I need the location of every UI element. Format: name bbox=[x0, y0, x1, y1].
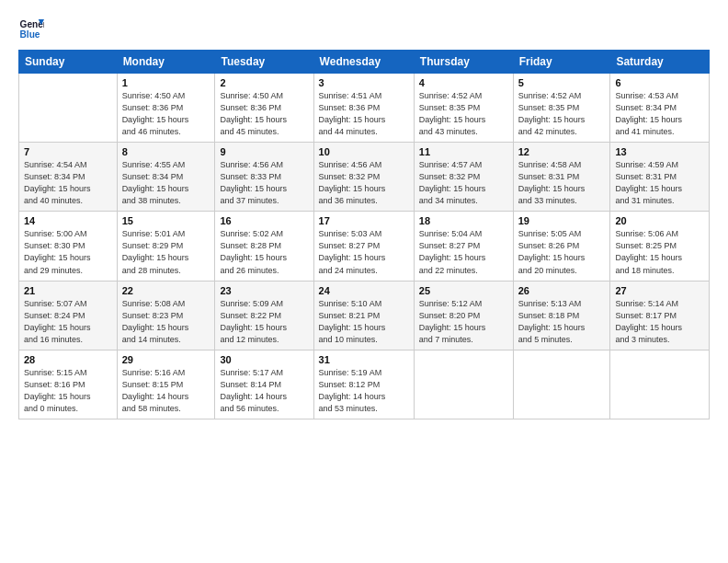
calendar-cell: 11Sunrise: 4:57 AMSunset: 8:32 PMDayligh… bbox=[414, 143, 513, 212]
day-number: 27 bbox=[615, 285, 704, 296]
calendar-cell: 2Sunrise: 4:50 AMSunset: 8:36 PMDaylight… bbox=[215, 74, 313, 143]
day-number: 15 bbox=[122, 215, 210, 226]
day-info: Sunrise: 5:15 AMSunset: 8:16 PMDaylight:… bbox=[24, 367, 112, 415]
calendar-cell: 24Sunrise: 5:10 AMSunset: 8:21 PMDayligh… bbox=[313, 281, 414, 350]
day-info: Sunrise: 5:03 AMSunset: 8:27 PMDaylight:… bbox=[319, 228, 409, 276]
page-header: General Blue bbox=[18, 17, 710, 42]
day-info: Sunrise: 5:19 AMSunset: 8:12 PMDaylight:… bbox=[319, 367, 409, 415]
day-info: Sunrise: 5:14 AMSunset: 8:17 PMDaylight:… bbox=[615, 298, 704, 346]
day-info: Sunrise: 4:51 AMSunset: 8:36 PMDaylight:… bbox=[319, 90, 409, 138]
day-info: Sunrise: 4:50 AMSunset: 8:36 PMDaylight:… bbox=[122, 90, 210, 138]
calendar-header-saturday: Saturday bbox=[610, 51, 710, 74]
calendar-header-tuesday: Tuesday bbox=[215, 51, 313, 74]
calendar-cell: 20Sunrise: 5:06 AMSunset: 8:25 PMDayligh… bbox=[610, 212, 710, 281]
calendar-cell: 23Sunrise: 5:09 AMSunset: 8:22 PMDayligh… bbox=[215, 281, 313, 350]
day-info: Sunrise: 4:52 AMSunset: 8:35 PMDaylight:… bbox=[518, 90, 606, 138]
day-info: Sunrise: 5:06 AMSunset: 8:25 PMDaylight:… bbox=[615, 228, 704, 276]
calendar-week-row: 1Sunrise: 4:50 AMSunset: 8:36 PMDaylight… bbox=[19, 74, 710, 143]
calendar-cell: 30Sunrise: 5:17 AMSunset: 8:14 PMDayligh… bbox=[215, 350, 313, 419]
day-info: Sunrise: 5:12 AMSunset: 8:20 PMDaylight:… bbox=[419, 298, 508, 346]
day-number: 6 bbox=[615, 77, 704, 88]
calendar-cell bbox=[414, 350, 513, 419]
calendar-cell: 29Sunrise: 5:16 AMSunset: 8:15 PMDayligh… bbox=[117, 350, 215, 419]
calendar-cell: 17Sunrise: 5:03 AMSunset: 8:27 PMDayligh… bbox=[313, 212, 414, 281]
day-info: Sunrise: 4:52 AMSunset: 8:35 PMDaylight:… bbox=[419, 90, 508, 138]
calendar-cell: 8Sunrise: 4:55 AMSunset: 8:34 PMDaylight… bbox=[117, 143, 215, 212]
logo: General Blue bbox=[18, 17, 44, 42]
day-info: Sunrise: 4:54 AMSunset: 8:34 PMDaylight:… bbox=[24, 159, 112, 207]
calendar-cell bbox=[513, 350, 610, 419]
day-info: Sunrise: 5:13 AMSunset: 8:18 PMDaylight:… bbox=[518, 298, 606, 346]
day-info: Sunrise: 4:50 AMSunset: 8:36 PMDaylight:… bbox=[220, 90, 308, 138]
day-number: 16 bbox=[220, 215, 308, 226]
day-info: Sunrise: 5:16 AMSunset: 8:15 PMDaylight:… bbox=[122, 367, 210, 415]
calendar-cell: 15Sunrise: 5:01 AMSunset: 8:29 PMDayligh… bbox=[117, 212, 215, 281]
day-number: 23 bbox=[220, 285, 308, 296]
calendar-header-friday: Friday bbox=[513, 51, 610, 74]
day-number: 4 bbox=[419, 77, 508, 88]
calendar-cell: 18Sunrise: 5:04 AMSunset: 8:27 PMDayligh… bbox=[414, 212, 513, 281]
day-info: Sunrise: 5:10 AMSunset: 8:21 PMDaylight:… bbox=[319, 298, 409, 346]
calendar-header-thursday: Thursday bbox=[414, 51, 513, 74]
day-info: Sunrise: 5:00 AMSunset: 8:30 PMDaylight:… bbox=[24, 228, 112, 276]
day-number: 13 bbox=[615, 146, 704, 157]
calendar-cell bbox=[19, 74, 118, 143]
calendar-cell: 1Sunrise: 4:50 AMSunset: 8:36 PMDaylight… bbox=[117, 74, 215, 143]
day-info: Sunrise: 4:57 AMSunset: 8:32 PMDaylight:… bbox=[419, 159, 508, 207]
day-info: Sunrise: 5:01 AMSunset: 8:29 PMDaylight:… bbox=[122, 228, 210, 276]
calendar-cell: 13Sunrise: 4:59 AMSunset: 8:31 PMDayligh… bbox=[610, 143, 710, 212]
day-number: 19 bbox=[518, 215, 606, 226]
day-number: 26 bbox=[518, 285, 606, 296]
day-number: 2 bbox=[220, 77, 308, 88]
day-info: Sunrise: 4:58 AMSunset: 8:31 PMDaylight:… bbox=[518, 159, 606, 207]
day-info: Sunrise: 5:05 AMSunset: 8:26 PMDaylight:… bbox=[518, 228, 606, 276]
calendar-week-row: 21Sunrise: 5:07 AMSunset: 8:24 PMDayligh… bbox=[19, 281, 710, 350]
day-number: 7 bbox=[24, 146, 112, 157]
calendar-cell: 3Sunrise: 4:51 AMSunset: 8:36 PMDaylight… bbox=[313, 74, 414, 143]
day-info: Sunrise: 5:17 AMSunset: 8:14 PMDaylight:… bbox=[220, 367, 308, 415]
logo-icon: General Blue bbox=[18, 17, 44, 42]
calendar-cell: 9Sunrise: 4:56 AMSunset: 8:33 PMDaylight… bbox=[215, 143, 313, 212]
day-number: 5 bbox=[518, 77, 606, 88]
calendar-cell: 5Sunrise: 4:52 AMSunset: 8:35 PMDaylight… bbox=[513, 74, 610, 143]
day-number: 3 bbox=[319, 77, 409, 88]
calendar-cell: 10Sunrise: 4:56 AMSunset: 8:32 PMDayligh… bbox=[313, 143, 414, 212]
calendar-cell: 7Sunrise: 4:54 AMSunset: 8:34 PMDaylight… bbox=[19, 143, 118, 212]
day-number: 25 bbox=[419, 285, 508, 296]
calendar-table: SundayMondayTuesdayWednesdayThursdayFrid… bbox=[18, 50, 710, 419]
day-info: Sunrise: 5:04 AMSunset: 8:27 PMDaylight:… bbox=[419, 228, 508, 276]
day-number: 30 bbox=[220, 354, 308, 365]
day-number: 14 bbox=[24, 215, 112, 226]
calendar-cell: 21Sunrise: 5:07 AMSunset: 8:24 PMDayligh… bbox=[19, 281, 118, 350]
calendar-week-row: 7Sunrise: 4:54 AMSunset: 8:34 PMDaylight… bbox=[19, 143, 710, 212]
calendar-week-row: 28Sunrise: 5:15 AMSunset: 8:16 PMDayligh… bbox=[19, 350, 710, 419]
day-info: Sunrise: 5:09 AMSunset: 8:22 PMDaylight:… bbox=[220, 298, 308, 346]
day-number: 20 bbox=[615, 215, 704, 226]
day-number: 17 bbox=[319, 215, 409, 226]
day-number: 24 bbox=[319, 285, 409, 296]
calendar-cell: 22Sunrise: 5:08 AMSunset: 8:23 PMDayligh… bbox=[117, 281, 215, 350]
day-info: Sunrise: 4:59 AMSunset: 8:31 PMDaylight:… bbox=[615, 159, 704, 207]
svg-text:Blue: Blue bbox=[20, 29, 40, 40]
day-number: 1 bbox=[122, 77, 210, 88]
day-number: 29 bbox=[122, 354, 210, 365]
day-number: 28 bbox=[24, 354, 112, 365]
day-info: Sunrise: 5:07 AMSunset: 8:24 PMDaylight:… bbox=[24, 298, 112, 346]
day-info: Sunrise: 5:02 AMSunset: 8:28 PMDaylight:… bbox=[220, 228, 308, 276]
day-number: 12 bbox=[518, 146, 606, 157]
day-number: 22 bbox=[122, 285, 210, 296]
day-number: 18 bbox=[419, 215, 508, 226]
day-info: Sunrise: 5:08 AMSunset: 8:23 PMDaylight:… bbox=[122, 298, 210, 346]
day-number: 10 bbox=[319, 146, 409, 157]
calendar-header-wednesday: Wednesday bbox=[313, 51, 414, 74]
calendar-cell: 6Sunrise: 4:53 AMSunset: 8:34 PMDaylight… bbox=[610, 74, 710, 143]
calendar-cell: 14Sunrise: 5:00 AMSunset: 8:30 PMDayligh… bbox=[19, 212, 118, 281]
calendar-header-row: SundayMondayTuesdayWednesdayThursdayFrid… bbox=[19, 51, 710, 74]
calendar-cell bbox=[610, 350, 710, 419]
calendar-header-sunday: Sunday bbox=[19, 51, 118, 74]
calendar-cell: 16Sunrise: 5:02 AMSunset: 8:28 PMDayligh… bbox=[215, 212, 313, 281]
day-number: 31 bbox=[319, 354, 409, 365]
day-info: Sunrise: 4:53 AMSunset: 8:34 PMDaylight:… bbox=[615, 90, 704, 138]
day-info: Sunrise: 4:55 AMSunset: 8:34 PMDaylight:… bbox=[122, 159, 210, 207]
calendar-header-monday: Monday bbox=[117, 51, 215, 74]
